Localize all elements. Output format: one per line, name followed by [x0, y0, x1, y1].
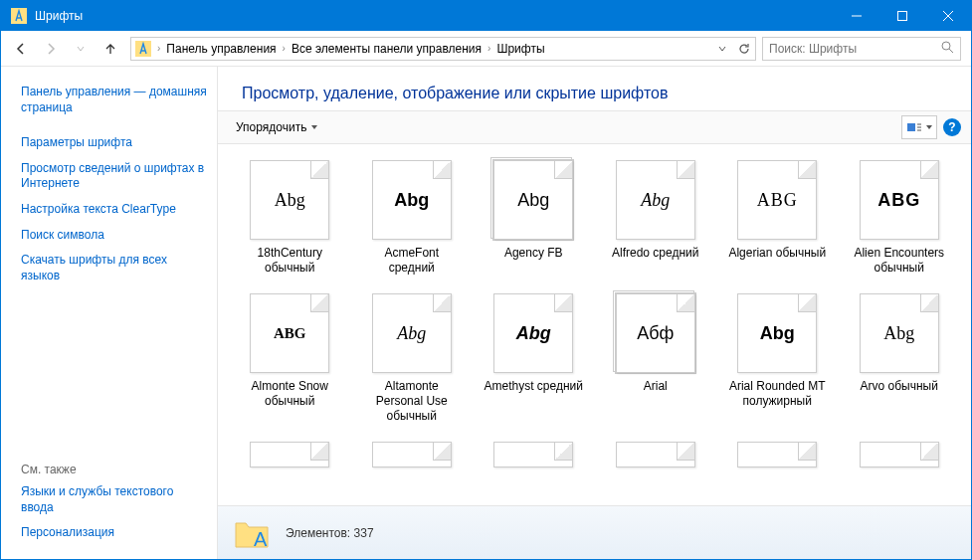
up-button[interactable] [97, 35, 124, 63]
font-sample: Abg [760, 323, 795, 344]
chevron-right-icon: › [486, 43, 492, 54]
font-item[interactable] [480, 438, 588, 477]
page-title: Просмотр, удаление, отображение или скры… [218, 67, 971, 110]
search-input[interactable] [769, 42, 940, 56]
font-preview: Abg [372, 160, 452, 240]
sidebar-link-settings[interactable]: Параметры шрифта [21, 131, 209, 155]
font-item[interactable] [846, 438, 954, 477]
address-bar[interactable]: › Панель управления › Все элементы панел… [130, 37, 756, 61]
status-text: Элементов: 337 [286, 526, 374, 540]
font-preview: Abg [616, 160, 695, 240]
view-options-button[interactable] [901, 115, 937, 139]
breadcrumb-item[interactable]: Все элементы панели управления [288, 38, 486, 60]
font-item[interactable] [602, 438, 710, 477]
font-item[interactable]: АбфArial [602, 289, 710, 428]
breadcrumb-item[interactable]: Шрифты [492, 38, 548, 60]
sidebar-link-charmap[interactable]: Поиск символа [21, 224, 209, 248]
font-sample: Abg [641, 190, 670, 211]
maximize-button[interactable] [879, 1, 925, 31]
font-preview: Abg [737, 293, 817, 373]
sidebar-link-download[interactable]: Скачать шрифты для всех языков [21, 249, 209, 287]
font-item[interactable]: AbgAltamonte Personal Use обычный [358, 289, 467, 428]
minimize-button[interactable] [834, 1, 879, 31]
font-item[interactable]: ABGAlmonte Snow обычный [236, 289, 344, 428]
font-preview [372, 442, 452, 467]
close-button[interactable] [925, 1, 971, 31]
font-preview: Abg [493, 293, 573, 373]
font-item[interactable]: ABGAlgerian обычный [723, 156, 832, 280]
status-bar: A Элементов: 337 [218, 505, 971, 559]
toolbar: Упорядочить ? [218, 110, 971, 144]
font-sample: ABG [757, 190, 798, 211]
search-box[interactable] [762, 37, 961, 61]
see-also-heading: См. также [21, 457, 209, 478]
font-preview [737, 442, 817, 467]
navigation-bar: › Панель управления › Все элементы панел… [1, 31, 971, 67]
font-item[interactable]: Abg18thCentury обычный [236, 156, 344, 280]
font-item[interactable] [358, 438, 467, 477]
organize-label: Упорядочить [236, 120, 306, 134]
font-preview: Abg [372, 293, 452, 373]
font-preview: Abg [860, 293, 939, 373]
font-sample: Abg [275, 190, 305, 211]
font-label: Alien Encounters обычный [850, 246, 949, 276]
breadcrumb-item[interactable]: Панель управления [162, 38, 280, 60]
font-preview: Abg [250, 160, 329, 240]
chevron-right-icon: › [281, 43, 288, 54]
font-label: Almonte Snow обычный [240, 379, 339, 409]
svg-rect-8 [907, 123, 915, 131]
help-button[interactable]: ? [943, 118, 961, 136]
titlebar: Шрифты [1, 1, 971, 31]
font-grid: Abg18thCentury обычныйAbgAcmeFont средни… [218, 144, 971, 505]
font-preview: ABG [860, 160, 939, 240]
font-label: Algerian обычный [728, 246, 826, 261]
font-item[interactable]: ABGAlien Encounters обычный [846, 156, 954, 280]
font-label: Arvo обычный [861, 379, 938, 394]
window: Шрифты › Панель управления › Все элемент… [0, 0, 972, 560]
sidebar-link-cleartype[interactable]: Настройка текста ClearType [21, 198, 209, 222]
content-area: Панель управления — домашняя страница Па… [1, 67, 971, 559]
history-dropdown-icon[interactable] [711, 38, 733, 60]
font-item[interactable]: AbgAlfredo средний [602, 156, 710, 280]
font-preview: ABG [737, 160, 817, 240]
font-preview: Abg [493, 160, 573, 240]
font-label: AcmeFont средний [362, 246, 462, 276]
svg-rect-2 [898, 12, 907, 21]
font-sample: ABG [877, 190, 920, 211]
font-label: Alfredo средний [612, 246, 698, 261]
main-panel: Просмотр, удаление, отображение или скры… [218, 67, 971, 559]
refresh-button[interactable] [733, 38, 755, 60]
chevron-down-icon [310, 120, 318, 134]
font-item[interactable]: AbgAmethyst средний [480, 289, 588, 428]
sidebar-link-online[interactable]: Просмотр сведений о шрифтах в Интернете [21, 157, 209, 196]
svg-point-6 [942, 42, 950, 50]
font-item[interactable] [236, 438, 344, 477]
search-icon[interactable] [940, 40, 954, 57]
font-sample: Abg [883, 323, 914, 344]
font-item[interactable]: AbgArial Rounded MT полужирный [723, 289, 832, 428]
font-label: Arial Rounded MT полужирный [727, 379, 827, 409]
font-item[interactable]: AbgArvo обычный [846, 289, 954, 428]
font-label: 18thCentury обычный [240, 246, 339, 276]
font-sample: ABG [274, 325, 306, 342]
sidebar-link-home[interactable]: Панель управления — домашняя страница [21, 81, 209, 119]
font-item[interactable]: AbgAgency FB [480, 156, 588, 280]
sidebar-link-personalization[interactable]: Персонализация [21, 521, 209, 545]
forward-button[interactable] [37, 35, 65, 63]
font-item[interactable]: AbgAcmeFont средний [358, 156, 467, 280]
font-preview [860, 442, 939, 467]
font-preview: Абф [616, 293, 695, 373]
font-item[interactable] [723, 438, 832, 477]
recent-dropdown[interactable] [67, 35, 95, 63]
organize-button[interactable]: Упорядочить [228, 116, 326, 138]
chevron-right-icon: › [155, 43, 162, 54]
font-sample: Abg [394, 190, 429, 211]
back-button[interactable] [7, 35, 35, 63]
location-icon [131, 41, 155, 57]
font-sample: Abg [516, 323, 551, 344]
font-preview: ABG [250, 293, 329, 373]
sidebar-link-languages[interactable]: Языки и службы текстового ввода [21, 480, 209, 519]
font-preview [250, 442, 329, 467]
font-preview [493, 442, 573, 467]
svg-text:A: A [254, 528, 268, 550]
